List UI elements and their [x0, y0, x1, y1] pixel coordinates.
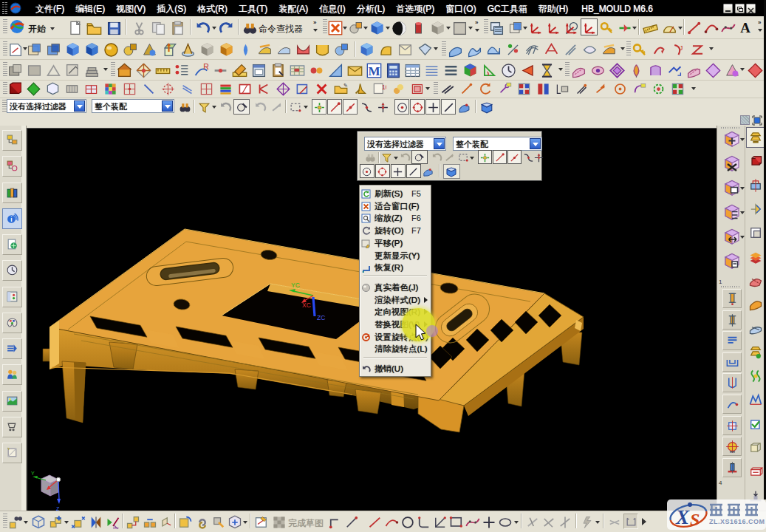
svg-text:J: J — [680, 44, 683, 52]
svg-text:Y: Y — [31, 471, 35, 476]
svg-text:R: R — [203, 63, 209, 71]
svg-text:YC: YC — [291, 282, 300, 289]
svg-text:XC: XC — [302, 301, 311, 309]
svg-text:10: 10 — [382, 83, 386, 91]
svg-text:A: A — [740, 21, 750, 35]
svg-text:S: S — [690, 510, 700, 529]
svg-text:✎: ✎ — [343, 83, 348, 89]
svg-text:i: i — [10, 215, 12, 222]
svg-text:X: X — [675, 506, 690, 528]
svg-text:M: M — [368, 64, 380, 78]
svg-text:ZC: ZC — [317, 314, 325, 321]
